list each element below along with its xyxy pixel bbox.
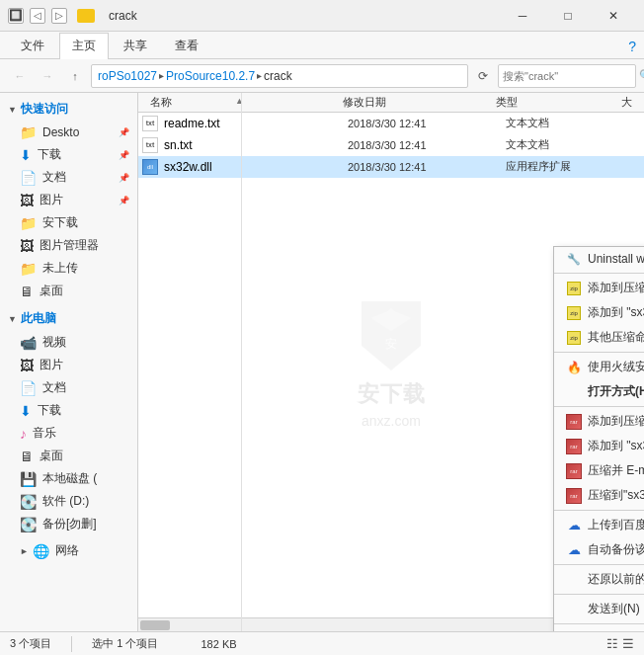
file-type: 文本文档 xyxy=(498,137,626,152)
tab-share[interactable]: 共享 xyxy=(111,33,160,58)
sidebar-item-video[interactable]: 📹 视频 xyxy=(0,331,137,354)
ctx-label: 上传到百度网盘 xyxy=(588,517,644,533)
ctx-restore[interactable]: 还原以前的版本(V) xyxy=(554,567,644,592)
list-view-button[interactable]: ☷ xyxy=(606,636,618,651)
ribbon-tabs: 文件 主页 共享 查看 ? xyxy=(0,32,644,59)
sidebar-item-desktop[interactable]: 📁 Deskto 📌 xyxy=(0,122,137,143)
ctx-label: 使用火绒安全进行杀毒 xyxy=(588,359,644,375)
zip-icon-2: zip xyxy=(566,305,582,321)
disk-icon: 💾 xyxy=(20,471,37,487)
breadcrumb-part-1[interactable]: roPSo1027 xyxy=(98,69,157,83)
sidebar-item-anxia[interactable]: 📁 安下载 xyxy=(0,211,137,234)
forward-icon-title[interactable]: ▷ xyxy=(51,8,67,24)
address-bar: ← → ↑ roPSo1027 ▸ ProSource10.2.7 ▸ crac… xyxy=(0,59,644,93)
search-icon[interactable]: 🔍 xyxy=(639,69,644,82)
sidebar-item-download[interactable]: ⬇ 下载 📌 xyxy=(0,143,137,166)
sidebar-item-backup[interactable]: 💽 备份[勿删] xyxy=(0,513,137,535)
quick-access-header[interactable]: ▼ 快速访问 xyxy=(0,97,137,122)
zip-icon-3: zip xyxy=(566,330,582,346)
ctx-uninstall[interactable]: 🔧 Uninstall with ZookaWare xyxy=(554,247,644,271)
tab-file[interactable]: 文件 xyxy=(8,33,57,58)
ctx-sep-5 xyxy=(554,564,644,565)
file-row-readme[interactable]: txt readme.txt 2018/3/30 12:41 文本文档 xyxy=(138,113,644,134)
file-row-sx32w[interactable]: dll sx32w.dll 2018/3/30 12:41 应用程序扩展 xyxy=(138,156,644,178)
ctx-compress-rar-email[interactable]: rar 压缩到"sx32w.rar" 并 E-mail xyxy=(554,483,644,508)
sidebar-item-desktop3[interactable]: 🖥 桌面 xyxy=(0,445,137,467)
forward-button[interactable]: → xyxy=(36,64,59,88)
col-size[interactable]: 大 xyxy=(613,95,640,110)
ctx-label: 打开方式(H)... xyxy=(588,383,644,400)
svg-text:安: 安 xyxy=(385,337,397,351)
ctx-open-with[interactable]: 打开方式(H)... xyxy=(554,379,644,404)
status-divider xyxy=(71,636,72,652)
sidebar-item-label: 图片 xyxy=(40,357,129,373)
ctx-cut[interactable]: 剪切(T) xyxy=(554,626,644,631)
sidebar-item-label: 本地磁盘 ( xyxy=(42,470,129,487)
maximize-button[interactable]: □ xyxy=(545,0,591,32)
breadcrumb-part-2[interactable]: ProSource10.2.7 xyxy=(166,69,255,83)
file-list-header: ▲ 名称 修改日期 类型 大 xyxy=(138,93,644,113)
sidebar-item-label: 文档 xyxy=(42,169,117,186)
ctx-baidu-upload[interactable]: ☁ 上传到百度网盘 xyxy=(554,513,644,537)
back-button[interactable]: ← xyxy=(8,64,32,88)
ctx-compress-email[interactable]: rar 压缩并 E-mail... xyxy=(554,458,644,483)
dll-icon: dll xyxy=(142,159,158,175)
ctx-add-rar-t[interactable]: rar 添加到 "sx32w.rar"(T) xyxy=(554,434,644,458)
sidebar-item-docs[interactable]: 📄 文档 📌 xyxy=(0,166,137,189)
ctx-baidu-backup[interactable]: ☁ 自动备份该文件夹 xyxy=(554,537,644,562)
tab-home[interactable]: 主页 xyxy=(59,33,109,59)
ctx-sep-2 xyxy=(554,352,644,353)
sidebar-item-desktop2[interactable]: 🖥 桌面 xyxy=(0,280,137,302)
detail-view-button[interactable]: ☰ xyxy=(622,636,634,651)
col-date[interactable]: 修改日期 xyxy=(335,95,489,110)
drive-icon: 💽 xyxy=(20,494,37,510)
docs-icon2: 📄 xyxy=(20,380,37,396)
ctx-add-rar[interactable]: rar 添加到压缩文件(A)... xyxy=(554,409,644,434)
sidebar-item-label: 下载 xyxy=(38,402,129,419)
sidebar-item-local-disk[interactable]: 💾 本地磁盘 ( xyxy=(0,467,137,490)
sidebar-item-docs2[interactable]: 📄 文档 xyxy=(0,376,137,399)
sidebar-item-label: 安下载 xyxy=(42,214,129,231)
ctx-label: 添加到 "sx32w.zip" (T) xyxy=(588,304,644,321)
sidebar-item-label: 网络 xyxy=(55,542,129,559)
sidebar-item-label: Deskto xyxy=(42,125,117,139)
back-icon-title[interactable]: ◁ xyxy=(30,8,45,24)
sidebar-item-network[interactable]: ► 🌐 网络 xyxy=(0,539,137,562)
tab-view[interactable]: 查看 xyxy=(162,33,211,58)
sidebar-item-pictures2[interactable]: 🖼 图片 xyxy=(0,354,137,376)
txt-icon: txt xyxy=(142,137,158,153)
breadcrumb-part-3[interactable]: crack xyxy=(264,69,292,83)
up-button[interactable]: ↑ xyxy=(63,64,87,88)
sidebar-item-music[interactable]: ♪ 音乐 xyxy=(0,422,137,445)
close-button[interactable]: ✕ xyxy=(591,0,636,32)
refresh-button[interactable]: ⟳ xyxy=(472,65,494,87)
sidebar-item-pictures[interactable]: 🖼 图片 📌 xyxy=(0,189,137,211)
backup-icon: 💽 xyxy=(20,517,37,532)
system-menu-icon[interactable]: 🔲 xyxy=(8,8,24,24)
ctx-antivirus[interactable]: 🔥 使用火绒安全进行杀毒 xyxy=(554,355,644,379)
ctx-add-zip-t[interactable]: zip 添加到 "sx32w.zip" (T) xyxy=(554,300,644,325)
col-type[interactable]: 类型 xyxy=(488,95,613,110)
rar-icon-4: rar xyxy=(566,488,582,504)
ctx-label: 添加到压缩文件(A)... xyxy=(588,413,644,430)
file-row-sn[interactable]: txt sn.txt 2018/3/30 12:41 文本文档 xyxy=(138,134,644,156)
ctx-add-zip[interactable]: zip 添加到压缩文件(A)... xyxy=(554,276,644,300)
help-button[interactable]: ? xyxy=(620,35,644,58)
sidebar-item-drive-d[interactable]: 💽 软件 (D:) xyxy=(0,490,137,513)
sidebar-item-upload[interactable]: 📁 未上传 xyxy=(0,257,137,280)
sidebar-item-imgmgr[interactable]: 🖼 图片管理器 xyxy=(0,234,137,257)
status-selected: 选中 1 个项目 xyxy=(92,636,158,651)
sidebar-item-download2[interactable]: ⬇ 下载 xyxy=(0,399,137,422)
window-title: crack xyxy=(109,9,500,23)
watermark: 安 安下载 anxz.com xyxy=(357,296,426,429)
sidebar-item-label: 桌面 xyxy=(40,283,129,299)
ctx-send-to[interactable]: 发送到(N) xyxy=(554,597,644,621)
download-icon2: ⬇ xyxy=(20,403,32,419)
pin-icon: 📌 xyxy=(119,127,129,137)
this-pc-header[interactable]: ▼ 此电脑 xyxy=(0,306,137,331)
minimize-button[interactable]: ─ xyxy=(500,0,545,32)
search-input[interactable] xyxy=(503,70,639,82)
breadcrumb[interactable]: roPSo1027 ▸ ProSource10.2.7 ▸ crack xyxy=(91,64,468,88)
ctx-other-zip[interactable]: zip 其他压缩命令 xyxy=(554,325,644,350)
ctx-sep-4 xyxy=(554,510,644,511)
